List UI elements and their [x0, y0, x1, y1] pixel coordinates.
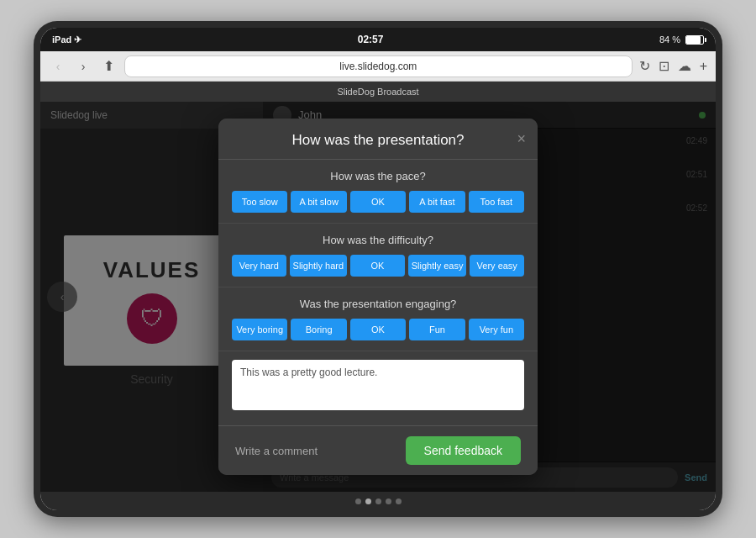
engaging-question: Was the presentation engaging? [232, 298, 524, 310]
diff-btn-slightly-easy[interactable]: Slightly easy [408, 255, 467, 277]
eng-btn-very-fun[interactable]: Very fun [469, 319, 524, 340]
difficulty-section: How was the difficulty? Very hard Slight… [218, 224, 538, 287]
dot-5 [396, 498, 402, 504]
difficulty-button-group: Very hard Slightly hard OK Slightly easy… [232, 255, 524, 277]
diff-btn-ok[interactable]: OK [350, 255, 405, 277]
engaging-button-group: Very boring Boring OK Fun Very fun [232, 319, 524, 340]
comment-area: This was a pretty good lecture. [218, 351, 538, 425]
forward-button[interactable]: › [74, 57, 92, 76]
write-comment-label[interactable]: Write a comment [235, 445, 318, 457]
eng-btn-ok[interactable]: OK [350, 319, 406, 340]
feedback-modal: How was the presentation? × How was the … [218, 119, 538, 475]
engaging-section: Was the presentation engaging? Very bori… [218, 287, 538, 351]
difficulty-question: How was the difficulty? [232, 234, 524, 246]
comment-textarea[interactable]: This was a pretty good lecture. [232, 360, 524, 410]
send-feedback-button[interactable]: Send feedback [406, 436, 521, 465]
modal-header: How was the presentation? × [218, 119, 538, 160]
modal-overlay: How was the presentation? × How was the … [40, 102, 716, 492]
url-bar[interactable]: live.slidedog.com [124, 55, 633, 77]
status-left: iPad ✈ [52, 34, 81, 45]
back-button[interactable]: ‹ [49, 57, 67, 76]
diff-btn-very-hard[interactable]: Very hard [232, 255, 286, 277]
pace-section: How was the pace? Too slow A bit slow OK… [218, 160, 538, 224]
browser-actions: ↻ ⊡ ☁ + [639, 58, 707, 74]
pace-button-group: Too slow A bit slow OK A bit fast Too fa… [232, 191, 524, 213]
pace-btn-ok[interactable]: OK [350, 191, 406, 213]
refresh-icon[interactable]: ↻ [639, 58, 650, 74]
share-button[interactable]: ⬆ [99, 57, 118, 76]
pace-btn-a-bit-fast[interactable]: A bit fast [409, 191, 465, 213]
pace-question: How was the pace? [232, 170, 524, 182]
url-text: live.slidedog.com [339, 61, 417, 72]
pace-btn-too-fast[interactable]: Too fast [469, 191, 524, 213]
tablet-inner: iPad ✈ 02:57 84 % ‹ › ⬆ live.slidedog.co… [40, 28, 716, 510]
dot-3 [375, 498, 381, 504]
bookmarks-icon[interactable]: ⊡ [659, 58, 669, 74]
diff-btn-very-easy[interactable]: Very easy [470, 255, 524, 277]
diff-btn-slightly-hard[interactable]: Slightly hard [290, 255, 348, 277]
pace-btn-too-slow[interactable]: Too slow [232, 191, 287, 213]
browser-bar: ‹ › ⬆ live.slidedog.com ↻ ⊡ ☁ + [40, 51, 716, 82]
modal-footer: Write a comment Send feedback [218, 425, 538, 475]
device-label: iPad ✈ [52, 34, 81, 45]
status-time: 02:57 [358, 34, 384, 45]
modal-title: How was the presentation? [291, 132, 464, 148]
status-right: 84 % [659, 34, 704, 45]
pace-btn-a-bit-slow[interactable]: A bit slow [291, 191, 346, 213]
eng-btn-fun[interactable]: Fun [409, 319, 465, 340]
tablet-frame: iPad ✈ 02:57 84 % ‹ › ⬆ live.slidedog.co… [34, 21, 722, 517]
eng-btn-boring[interactable]: Boring [291, 319, 346, 340]
dot-4 [386, 498, 391, 504]
status-bar: iPad ✈ 02:57 84 % [40, 28, 716, 51]
battery-icon [685, 35, 704, 45]
dot-2 [365, 498, 371, 504]
dot-1 [355, 498, 361, 504]
tab-title: SlideDog Broadcast [337, 87, 418, 97]
app-tab-bar: SlideDog Broadcast [40, 82, 716, 102]
new-tab-icon[interactable]: + [700, 59, 707, 74]
battery-percent: 84 % [659, 34, 680, 45]
modal-close-button[interactable]: × [517, 131, 526, 146]
cloud-icon[interactable]: ☁ [678, 58, 691, 74]
main-content: Slidedog live VALUES 🛡 Security ‹ [40, 102, 716, 492]
modal-body: How was the pace? Too slow A bit slow OK… [218, 160, 538, 425]
page-dots [40, 492, 716, 510]
eng-btn-very-boring[interactable]: Very boring [232, 319, 287, 340]
